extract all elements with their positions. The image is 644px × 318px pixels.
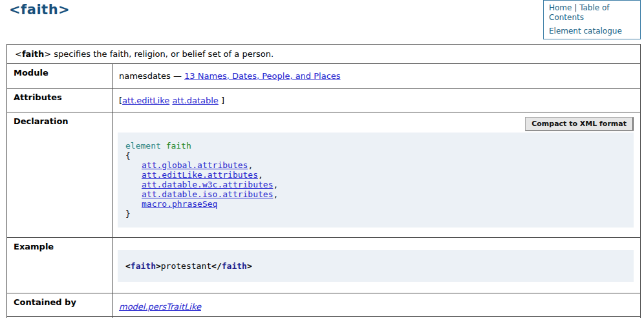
- code-line-macro-phraseseq: macro.phraseSeq: [125, 199, 626, 209]
- code-line-open-brace: {: [125, 151, 626, 160]
- code-link-macro-phraseseq[interactable]: macro.phraseSeq: [142, 199, 217, 209]
- declaration-label: Declaration: [7, 112, 113, 238]
- code-line-att-editlike: att.editLike.attributes,: [125, 170, 626, 180]
- module-chapter-link[interactable]: 13 Names, Dates, People, and Places: [184, 71, 341, 81]
- nav-line-top: Home | Table of Contents: [549, 3, 636, 22]
- attributes-close-bracket: ]: [221, 96, 224, 105]
- code-comma: ,: [274, 180, 279, 189]
- element-spec-table: <faith> specifies the faith, religion, o…: [6, 44, 641, 318]
- code-keyword-element: element: [125, 141, 161, 151]
- declaration-value: Compact to XML format element faith { at…: [113, 112, 641, 238]
- declaration-button-row: Compact to XML format: [118, 116, 635, 131]
- example-text-content: protestant: [161, 261, 211, 271]
- code-line-att-datable-w3c: att.datable.w3c.attributes,: [125, 180, 626, 189]
- code-comma: ,: [274, 189, 279, 199]
- nav-box: Home | Table of Contents Element catalog…: [543, 0, 641, 39]
- description-row: <faith> specifies the faith, religion, o…: [7, 45, 641, 64]
- module-name: namesdates: [119, 71, 171, 81]
- code-line-element: element faith: [125, 141, 626, 151]
- page-title: <faith>: [9, 2, 70, 17]
- code-line-att-global: att.global.attributes,: [125, 160, 626, 170]
- declaration-code-block: element faith { att.global.attributes, a…: [118, 132, 634, 228]
- module-value: namesdates — 13 Names, Dates, People, an…: [113, 64, 641, 89]
- example-end-open-angle: </: [211, 261, 222, 271]
- contained-by-row: Contained by model.persTraitLike: [7, 293, 641, 317]
- code-link-att-datable-iso-attributes[interactable]: att.datable.iso.attributes: [142, 189, 274, 199]
- nav-separator: |: [574, 3, 577, 12]
- module-row: Module namesdates — 13 Names, Dates, Peo…: [7, 64, 641, 89]
- example-open-angle: <: [125, 261, 131, 271]
- nav-home-link[interactable]: Home: [549, 3, 572, 12]
- attribute-class-link-att-datable[interactable]: att.datable: [172, 96, 218, 105]
- code-link-att-datable-w3c-attributes[interactable]: att.datable.w3c.attributes: [142, 180, 274, 189]
- example-row: Example <faith>protestant</faith>: [7, 238, 641, 293]
- code-element-name: faith: [166, 141, 191, 151]
- declaration-row: Declaration Compact to XML format elemen…: [7, 112, 641, 238]
- contained-by-value: model.persTraitLike: [113, 293, 641, 317]
- contained-by-model-perstraitlike-link[interactable]: model.persTraitLike: [119, 302, 201, 312]
- example-end-close-angle: >: [247, 261, 252, 271]
- description-tag-open-angle: <: [15, 49, 22, 59]
- attributes-row: Attributes [att.editLike att.datable ]: [7, 89, 641, 112]
- attribute-class-link-att-editlike[interactable]: att.editLike: [122, 96, 169, 105]
- description-tag-name: faith: [22, 49, 44, 59]
- code-line-close-brace: }: [125, 209, 626, 218]
- example-end-tag-name: faith: [222, 261, 247, 271]
- code-comma: ,: [248, 160, 253, 170]
- element-description: <faith> specifies the faith, religion, o…: [7, 45, 641, 64]
- code-link-att-global-attributes[interactable]: att.global.attributes: [142, 160, 248, 170]
- contained-by-label: Contained by: [7, 293, 113, 317]
- attributes-value: [att.editLike att.datable ]: [113, 89, 641, 112]
- code-line-att-datable-iso: att.datable.iso.attributes,: [125, 189, 626, 199]
- code-link-att-editlike-attributes[interactable]: att.editLike.attributes: [142, 170, 258, 180]
- description-text: specifies the faith, religion, or belief…: [51, 49, 274, 59]
- example-close-angle: >: [156, 261, 161, 271]
- example-label: Example: [7, 238, 113, 293]
- description-tag: <faith>: [15, 49, 51, 59]
- example-code-block: <faith>protestant</faith>: [118, 250, 634, 282]
- description-tag-close-angle: >: [44, 49, 51, 59]
- nav-line-bottom: Element catalogue: [549, 26, 636, 36]
- code-comma: ,: [258, 170, 263, 180]
- nav-element-catalogue-link[interactable]: Element catalogue: [549, 26, 622, 36]
- example-value: <faith>protestant</faith>: [113, 238, 641, 293]
- compact-to-xml-format-button[interactable]: Compact to XML format: [525, 117, 634, 131]
- example-start-tag-name: faith: [131, 261, 156, 271]
- module-dash: —: [173, 71, 182, 81]
- module-label: Module: [7, 64, 113, 89]
- attributes-label: Attributes: [7, 89, 113, 112]
